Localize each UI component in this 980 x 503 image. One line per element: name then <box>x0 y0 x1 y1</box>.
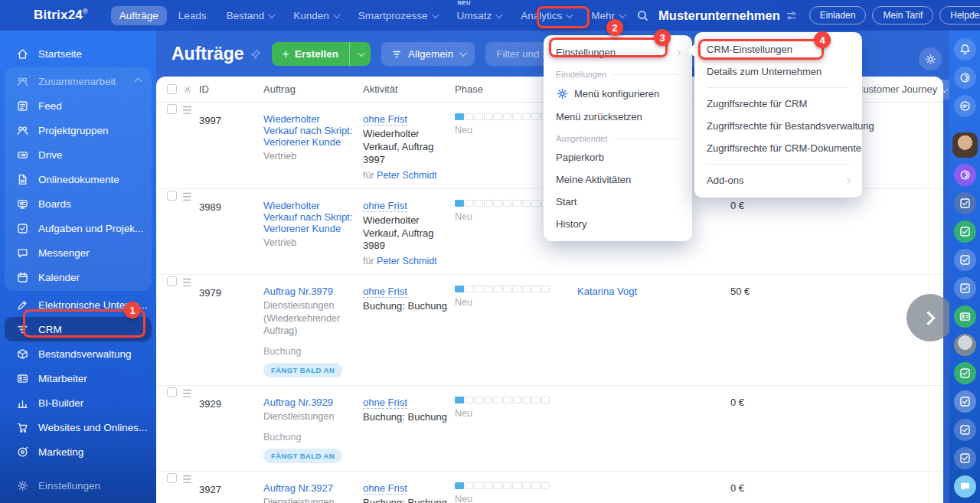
rail-task-7-icon[interactable] <box>954 419 976 441</box>
sidebar-item-marketing[interactable]: Marketing <box>5 439 152 464</box>
rail-avatar-copilot-purple-icon[interactable] <box>954 164 976 186</box>
filter-preset-button[interactable]: Allgemein <box>381 42 475 66</box>
column-header-auftrag[interactable]: Auftrag <box>263 83 363 95</box>
submenu-item-crmeinstellungen[interactable]: CRM-Einstellungen <box>694 38 862 60</box>
sidebar-item-bestandsverwaltung[interactable]: Bestandsverwaltung <box>5 341 152 366</box>
rail-task-5-icon[interactable] <box>954 362 976 384</box>
sidebar-item-projektgruppen[interactable]: Projektgruppen <box>5 118 152 142</box>
row-checkbox[interactable] <box>167 276 177 286</box>
rail-task-4-icon[interactable] <box>954 277 976 299</box>
sidebar-item-crm[interactable]: CRM <box>5 317 152 341</box>
menu-item-history[interactable]: History <box>544 213 692 235</box>
drag-handle-icon[interactable]: ☰ <box>182 388 199 399</box>
rail-task-8-icon[interactable] <box>954 447 976 469</box>
phase-progress-bar[interactable] <box>455 286 550 292</box>
rail-history-chat-icon[interactable] <box>954 95 976 117</box>
sliders-icon[interactable] <box>786 10 797 21</box>
submenu-item-addons[interactable]: Add-ons <box>694 169 862 191</box>
menu-item-menzurcksetzen[interactable]: Menü zurücksetzen <box>544 106 692 128</box>
sidebar-item-mitarbeiter[interactable]: Mitarbeiter <box>5 366 152 390</box>
submenu-item-detailszumunternehmen[interactable]: Details zum Unternehmen <box>694 60 862 83</box>
sidebar-item-startseite[interactable]: Startseite <box>5 41 152 66</box>
menu-item-papierkorb[interactable]: Papierkorb <box>544 146 692 168</box>
sidebar-item-feed[interactable]: Feed <box>5 93 152 118</box>
menu-item-meineaktivitten[interactable]: Meine Aktivitäten <box>544 168 692 191</box>
sidebar-item-websitesundonlines[interactable]: Websites und Onlines... <box>5 415 152 439</box>
invite-button[interactable]: Einladen <box>809 6 867 24</box>
sidebar-item-drive[interactable]: Drive <box>5 142 152 167</box>
row-checkbox[interactable] <box>167 191 177 201</box>
helpdesk-button[interactable]: Helpdesk <box>939 6 980 24</box>
sidebar-item-kalender[interactable]: Kalender <box>5 265 152 289</box>
order-title-link[interactable]: Wiederholter Verkauf nach Skript: Verlor… <box>263 113 355 148</box>
topnav-analytics[interactable]: Analytics <box>512 6 580 25</box>
contact-link[interactable]: Katarina Vogt <box>577 286 637 297</box>
rail-task-1-icon[interactable] <box>954 192 976 214</box>
scroll-next-button[interactable] <box>906 294 954 341</box>
topnav-leads[interactable]: Leads <box>170 6 215 25</box>
create-button[interactable]: +Erstellen <box>272 42 371 66</box>
row-checkbox[interactable] <box>167 387 177 397</box>
order-title-link[interactable]: Auftrag Nr.3929 <box>263 397 355 408</box>
menu-item-start[interactable]: Start <box>544 191 692 213</box>
phase-progress-bar[interactable] <box>455 482 550 489</box>
rail-task-6-icon[interactable] <box>954 390 976 413</box>
column-header-aktivitaet[interactable]: Aktivität <box>363 83 455 95</box>
submenu-item-zugriffsrechtefrbestandsverwaltung[interactable]: Zugriffsrechte für Bestandsverwaltung <box>694 115 862 137</box>
topnav-auftrge[interactable]: Aufträge <box>111 6 167 25</box>
sidebar-item-onlinedokumente[interactable]: Onlinedokumente <box>5 167 152 191</box>
assignee-link[interactable]: Peter Schmidt <box>377 256 437 266</box>
pin-icon[interactable] <box>250 49 261 60</box>
phase-progress-bar[interactable] <box>455 113 550 120</box>
drag-handle-icon[interactable]: ☰ <box>182 277 199 288</box>
rail-avatar-man[interactable] <box>952 132 978 158</box>
deadline-link[interactable]: ohne Frist <box>363 113 407 126</box>
grid-settings-gear-icon[interactable] <box>919 47 942 70</box>
row-checkbox[interactable] <box>167 473 177 483</box>
rail-task-2-icon[interactable] <box>954 220 976 243</box>
menu-item-einstellungen[interactable]: Einstellungen <box>544 41 692 64</box>
users-icon <box>15 123 29 137</box>
order-title-link[interactable]: Wiederholter Verkauf nach Skript: Verlor… <box>263 200 355 234</box>
rail-task-3-icon[interactable] <box>954 249 976 271</box>
create-dropdown-chevron-icon[interactable] <box>349 42 371 66</box>
sidebar-item-messenger[interactable]: Messenger <box>5 240 152 265</box>
topnav-bestand[interactable]: Bestand <box>218 6 283 25</box>
deadline-link[interactable]: ohne Frist <box>363 200 407 212</box>
submenu-item-zugriffsrechtefrcrmdokumente[interactable]: Zugriffsrechte für CRM-Dokumente <box>694 137 862 159</box>
my-plan-button[interactable]: Mein Tarif <box>872 6 933 24</box>
deadline-link[interactable]: ohne Frist <box>363 397 407 409</box>
deadline-link[interactable]: ohne Frist <box>363 482 407 495</box>
rail-bell-icon[interactable] <box>954 38 976 60</box>
drag-handle-icon[interactable]: ☰ <box>182 191 199 202</box>
rail-avatar-cat[interactable] <box>954 334 976 356</box>
phase-progress-bar[interactable] <box>455 200 550 207</box>
submenu-item-zugriffsrechtefrcrm[interactable]: Zugriffsrechte für CRM <box>694 93 862 115</box>
deadline-link[interactable]: ohne Frist <box>363 286 407 298</box>
topnav-smartprozesse[interactable]: Smartprozesse <box>350 6 446 25</box>
search-icon[interactable] <box>632 5 652 25</box>
drag-handle-icon[interactable]: ☰ <box>182 105 199 116</box>
rail-idcard-icon[interactable] <box>954 305 976 328</box>
bitrix24-logo[interactable]: Bitrix24® <box>34 8 88 23</box>
sidebar-item-aufgabenundprojek[interactable]: Aufgaben und Projek... <box>5 216 152 240</box>
order-title-link[interactable]: Auftrag Nr.3927 <box>263 482 355 494</box>
sidebar-item-zusammenarbeit[interactable]: Zusammenarbeit <box>5 69 152 93</box>
topnav-kunden[interactable]: Kunden <box>285 6 347 25</box>
menu-item-menkonfigurieren[interactable]: Menü konfigurieren <box>544 82 692 106</box>
assignee-link[interactable]: Peter Schmidt <box>377 170 437 181</box>
column-settings-gear-icon[interactable] <box>182 84 199 95</box>
row-checkbox[interactable] <box>167 104 177 114</box>
drag-handle-icon[interactable]: ☰ <box>182 474 199 485</box>
rail-chat-bubble-icon[interactable] <box>954 475 976 498</box>
sidebar-item-boards[interactable]: Boards <box>5 191 152 216</box>
sidebar-item-bibuilder[interactable]: BI-Builder <box>5 390 152 415</box>
rail-copilot-icon[interactable] <box>954 67 976 89</box>
phase-progress-bar[interactable] <box>455 397 550 403</box>
sidebar-item-einstellungen[interactable]: Einstellungen <box>5 473 152 498</box>
topnav-umsatz[interactable]: NEUUmsatz <box>449 6 510 25</box>
select-all-checkbox[interactable] <box>167 84 177 94</box>
column-header-id[interactable]: ID <box>199 83 263 95</box>
company-name[interactable]: Musterunternehmen <box>658 8 797 23</box>
order-title-link[interactable]: Auftrag Nr.3979 <box>263 286 355 297</box>
